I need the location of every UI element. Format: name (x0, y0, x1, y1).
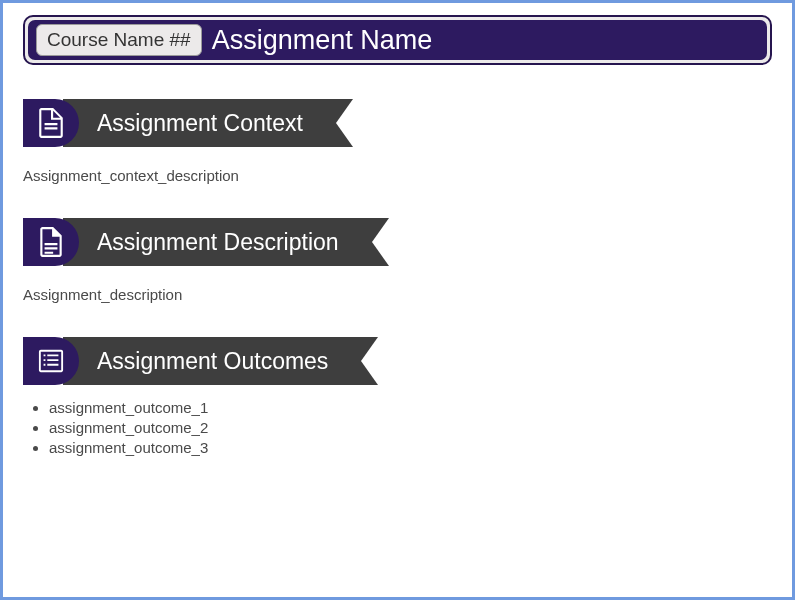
section-description-body: Assignment_description (23, 286, 772, 303)
page: Course Name ## Assignment Name Assignmen… (3, 3, 792, 597)
assignment-header-inner: Course Name ## Assignment Name (28, 20, 767, 60)
section-context: Assignment Context Assignment_context_de… (23, 99, 772, 184)
section-context-heading: Assignment Context (63, 99, 323, 147)
section-outcomes-ribbon: Assignment Outcomes (23, 337, 772, 385)
section-description-heading: Assignment Description (63, 218, 359, 266)
list-icon (23, 337, 79, 385)
document-fold-icon (23, 218, 79, 266)
assignment-title: Assignment Name (212, 25, 433, 56)
section-outcomes-heading: Assignment Outcomes (63, 337, 348, 385)
assignment-header: Course Name ## Assignment Name (23, 15, 772, 65)
document-icon (23, 99, 79, 147)
ribbon-end (348, 337, 378, 385)
list-item: assignment_outcome_2 (49, 419, 772, 436)
ribbon-end (323, 99, 353, 147)
section-outcomes: Assignment Outcomes assignment_outcome_1… (23, 337, 772, 456)
section-context-ribbon: Assignment Context (23, 99, 772, 147)
section-description: Assignment Description Assignment_descri… (23, 218, 772, 303)
section-context-body: Assignment_context_description (23, 167, 772, 184)
section-description-ribbon: Assignment Description (23, 218, 772, 266)
list-item: assignment_outcome_3 (49, 439, 772, 456)
outcomes-list: assignment_outcome_1 assignment_outcome_… (23, 399, 772, 456)
list-item: assignment_outcome_1 (49, 399, 772, 416)
ribbon-end (359, 218, 389, 266)
course-badge: Course Name ## (36, 24, 202, 56)
